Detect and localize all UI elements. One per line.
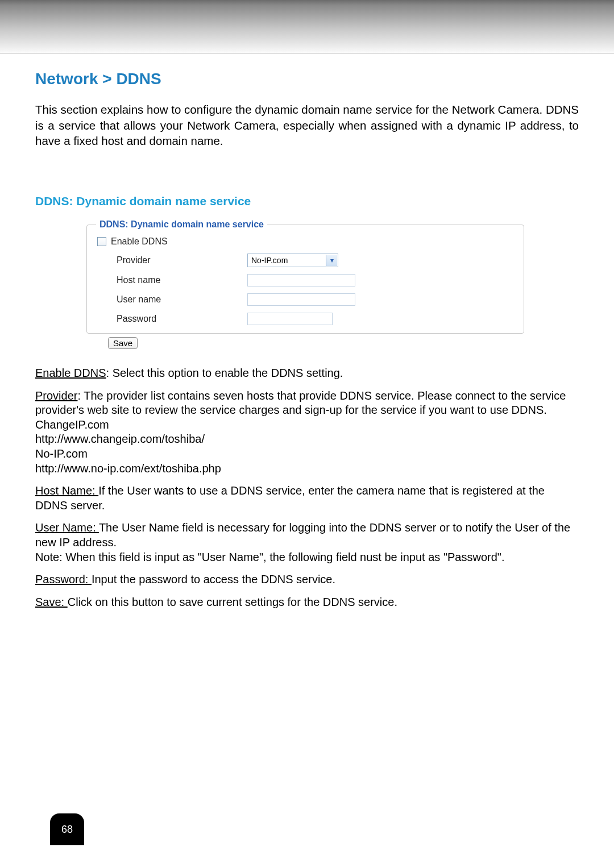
text-hostname: If the User wants to use a DDNS service,…	[35, 484, 545, 512]
text-provider: : The provider list contains seven hosts…	[35, 389, 566, 417]
enable-ddns-checkbox[interactable]	[97, 237, 106, 246]
fieldset-legend: DDNS: Dynamic domain name service	[96, 219, 267, 230]
enable-ddns-row: Enable DDNS	[97, 236, 515, 247]
hostname-input[interactable]	[247, 274, 355, 286]
provider-url1: http://www.changeip.com/toshiba/	[35, 433, 205, 445]
term-enable: Enable DDNS	[35, 367, 106, 379]
desc-username: User Name: The User Name field is necess…	[35, 521, 579, 564]
provider-url2: http://www.no-ip.com/ext/toshiba.php	[35, 462, 221, 475]
hostname-row: Host name	[96, 274, 515, 286]
term-username: User Name:	[35, 521, 99, 534]
enable-ddns-label: Enable DDNS	[111, 236, 168, 247]
desc-password: Password: Input the password to access t…	[35, 572, 579, 587]
provider-list1: ChangeIP.com	[35, 418, 109, 431]
desc-provider: Provider: The provider list contains sev…	[35, 389, 579, 476]
provider-label: Provider	[117, 255, 247, 265]
text-enable: : Select this option to enable the DDNS …	[106, 367, 343, 379]
password-input[interactable]	[247, 313, 333, 325]
provider-select-value: No-IP.com	[251, 256, 288, 265]
page-title: Network > DDNS	[35, 70, 579, 88]
desc-enable: Enable DDNS: Select this option to enabl…	[35, 366, 579, 381]
save-button[interactable]: Save	[108, 337, 138, 349]
provider-select[interactable]: No-IP.com ▾	[247, 254, 338, 267]
chevron-down-icon: ▾	[326, 255, 337, 266]
ddns-fieldset: DDNS: Dynamic domain name service Enable…	[86, 219, 524, 334]
password-row: Password	[96, 313, 515, 325]
section-heading: DDNS: Dynamic domain name service	[35, 194, 579, 208]
header-gradient	[0, 0, 614, 54]
term-provider: Provider	[35, 389, 77, 402]
hostname-label: Host name	[117, 275, 247, 285]
desc-hostname: Host Name: If the User wants to use a DD…	[35, 484, 579, 513]
term-hostname: Host Name:	[35, 484, 98, 497]
note-username: Note: When this field is input as "User …	[35, 551, 504, 563]
intro-paragraph: This section explains how to configure t…	[35, 102, 579, 149]
desc-save: Save: Click on this button to save curre…	[35, 595, 579, 610]
provider-row: Provider No-IP.com ▾	[96, 254, 515, 267]
username-row: User name	[96, 293, 515, 306]
page-number-badge: 68	[50, 813, 84, 845]
term-password: Password:	[35, 573, 92, 585]
page-body: Network > DDNS This section explains how…	[0, 54, 614, 868]
password-label: Password	[117, 314, 247, 324]
text-save: Click on this button to save current set…	[68, 596, 397, 608]
page-number: 68	[61, 824, 73, 836]
text-username: The User Name field is necessary for log…	[35, 521, 570, 549]
provider-list2: No-IP.com	[35, 447, 88, 460]
text-password: Input the password to access the DDNS se…	[92, 573, 335, 585]
username-label: User name	[117, 294, 247, 305]
term-save: Save:	[35, 596, 68, 608]
username-input[interactable]	[247, 293, 355, 306]
ddns-panel-wrap: DDNS: Dynamic domain name service Enable…	[86, 219, 579, 349]
